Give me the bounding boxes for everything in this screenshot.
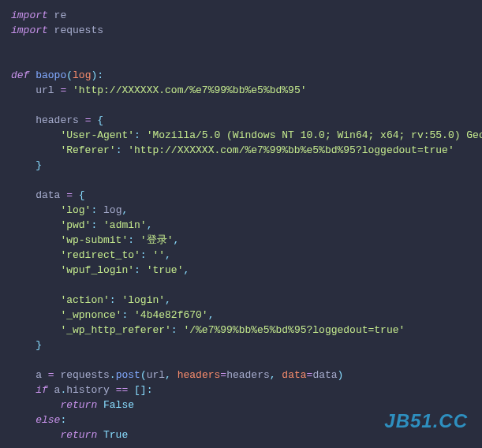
code-line: data = { xyxy=(11,188,474,203)
code-line: 'User-Agent': 'Mozilla/5.0 (Windows NT 1… xyxy=(11,128,474,143)
code-line: 'log': log, xyxy=(11,203,474,218)
watermark-logo: JB51.CC xyxy=(384,413,468,428)
code-line: 'action': 'login', xyxy=(11,293,474,308)
code-line: 'pwd': 'admin', xyxy=(11,218,474,233)
code-line: 'Referer': 'http://XXXXXX.com/%e7%99%bb%… xyxy=(11,143,474,158)
code-line: url = 'http://XXXXXX.com/%e7%99%bb%e5%bd… xyxy=(11,83,474,98)
code-line: headers = { xyxy=(11,113,474,128)
code-line: '_wp_http_referer': '/%e7%99%bb%e5%bd%95… xyxy=(11,323,474,338)
code-line: } xyxy=(11,338,474,353)
code-line: 'redirect_to': '', xyxy=(11,248,474,263)
code-line xyxy=(11,98,474,113)
code-line: import re xyxy=(11,8,474,23)
code-line xyxy=(11,38,474,53)
code-line: def baopo(log): xyxy=(11,68,474,83)
code-line: '_wpnonce': '4b4e82f670', xyxy=(11,308,474,323)
code-line: 'wp-submit': '登录', xyxy=(11,233,474,248)
code-line xyxy=(11,53,474,68)
code-line: if a.history == []: xyxy=(11,383,474,398)
code-editor: import re import requests def baopo(log)… xyxy=(11,8,474,442)
code-line xyxy=(11,353,474,368)
code-line xyxy=(11,278,474,293)
code-line: } xyxy=(11,158,474,173)
code-line xyxy=(11,173,474,188)
code-line: a = requests.post(url, headers=headers, … xyxy=(11,368,474,383)
code-line: import requests xyxy=(11,23,474,38)
code-line: 'wpuf_login': 'true', xyxy=(11,263,474,278)
